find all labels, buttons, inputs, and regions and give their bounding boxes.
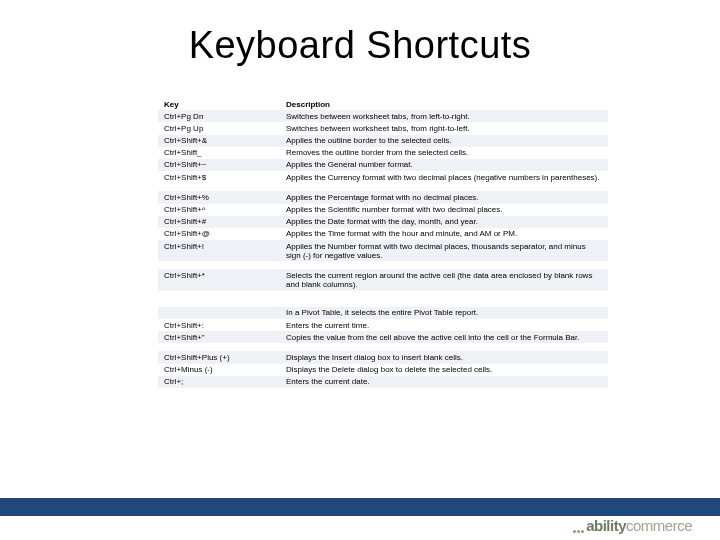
cell-key: Ctrl+;	[158, 376, 280, 388]
shortcuts-table: Key Description Ctrl+Pg DnSwitches betwe…	[158, 98, 608, 388]
cell-key: Ctrl+Shift+#	[158, 216, 280, 228]
logo-part1: ability	[586, 517, 626, 534]
spacer-row	[158, 183, 608, 191]
cell-key: Ctrl+Shift+~	[158, 159, 280, 171]
spacer-row	[158, 343, 608, 351]
cell-desc: Selects the current region around the ac…	[280, 269, 608, 290]
cell-desc: Copies the value from the cell above the…	[280, 331, 608, 343]
cell-key: Ctrl+Shift+%	[158, 191, 280, 203]
cell-key: Ctrl+Shift+&	[158, 135, 280, 147]
slide: Keyboard Shortcuts Key Description Ctrl+…	[0, 0, 720, 540]
cell-key: Ctrl+Minus (-)	[158, 364, 280, 376]
cell-desc: Applies the Date format with the day, mo…	[280, 216, 608, 228]
table-row: Ctrl+Shift+Plus (+)Displays the Insert d…	[158, 351, 608, 363]
cell-key: Ctrl+Shift+"	[158, 331, 280, 343]
cell-desc: Enters the current time.	[280, 319, 608, 331]
cell-desc: Applies the General number format.	[280, 159, 608, 171]
cell-key: Ctrl+Shift+@	[158, 228, 280, 240]
cell-desc: Switches between worksheet tabs, from ri…	[280, 122, 608, 134]
cell-key: Ctrl+Shift+^	[158, 204, 280, 216]
footer-bar	[0, 498, 720, 516]
cell-desc: Applies the Scientific number format wit…	[280, 204, 608, 216]
table-row: Ctrl+Shift+$Applies the Currency format …	[158, 171, 608, 183]
cell-key: Ctrl+Shift+*	[158, 269, 280, 290]
cell-desc: Applies the Currency format with two dec…	[280, 171, 608, 183]
cell-desc: Applies the outline border to the select…	[280, 135, 608, 147]
cell-key: Ctrl+Shift_	[158, 147, 280, 159]
spacer-row	[158, 291, 608, 299]
footer: abilitycommerce	[0, 498, 720, 540]
table-row: Ctrl+Shift+^Applies the Scientific numbe…	[158, 204, 608, 216]
cell-desc: Removes the outline border from the sele…	[280, 147, 608, 159]
cell-key	[158, 307, 280, 319]
table-row: Ctrl+Shift+:Enters the current time.	[158, 319, 608, 331]
cell-key: Ctrl+Shift+!	[158, 240, 280, 261]
logo-part2: commerce	[626, 517, 692, 534]
table-row: Ctrl+Shift+%Applies the Percentage forma…	[158, 191, 608, 203]
table-row: Ctrl+Shift+*Selects the current region a…	[158, 269, 608, 290]
cell-desc: Applies the Percentage format with no de…	[280, 191, 608, 203]
table-row: Ctrl+Minus (-)Displays the Delete dialog…	[158, 364, 608, 376]
table-row: Ctrl+Pg DnSwitches between worksheet tab…	[158, 110, 608, 122]
cell-desc: Displays the Delete dialog box to delete…	[280, 364, 608, 376]
slide-title: Keyboard Shortcuts	[0, 24, 720, 67]
table-row: Ctrl+Shift+!Applies the Number format wi…	[158, 240, 608, 261]
cell-desc: Displays the Insert dialog box to insert…	[280, 351, 608, 363]
cell-key: Ctrl+Shift+Plus (+)	[158, 351, 280, 363]
table-row: Ctrl+Shift+@Applies the Time format with…	[158, 228, 608, 240]
table-row: In a Pivot Table, it selects the entire …	[158, 307, 608, 319]
table-row: Ctrl+Shift+"Copies the value from the ce…	[158, 331, 608, 343]
shortcuts-table-container: Key Description Ctrl+Pg DnSwitches betwe…	[158, 98, 608, 388]
table-row: Ctrl+Pg UpSwitches between worksheet tab…	[158, 122, 608, 134]
table-row: Ctrl+;Enters the current date.	[158, 376, 608, 388]
table-row: Ctrl+Shift+~Applies the General number f…	[158, 159, 608, 171]
cell-desc: In a Pivot Table, it selects the entire …	[280, 307, 608, 319]
cell-key: Ctrl+Shift+:	[158, 319, 280, 331]
spacer-row	[158, 299, 608, 307]
header-key: Key	[158, 98, 280, 110]
cell-key: Ctrl+Pg Up	[158, 122, 280, 134]
logo-dots-icon	[572, 519, 584, 536]
brand-logo: abilitycommerce	[572, 517, 692, 536]
table-row: Ctrl+Shift+&Applies the outline border t…	[158, 135, 608, 147]
cell-desc: Switches between worksheet tabs, from le…	[280, 110, 608, 122]
header-desc: Description	[280, 98, 608, 110]
cell-desc: Applies the Number format with two decim…	[280, 240, 608, 261]
table-row: Ctrl+Shift_Removes the outline border fr…	[158, 147, 608, 159]
cell-desc: Applies the Time format with the hour an…	[280, 228, 608, 240]
table-row: Ctrl+Shift+#Applies the Date format with…	[158, 216, 608, 228]
cell-desc: Enters the current date.	[280, 376, 608, 388]
spacer-row	[158, 261, 608, 269]
cell-key: Ctrl+Shift+$	[158, 171, 280, 183]
cell-key: Ctrl+Pg Dn	[158, 110, 280, 122]
